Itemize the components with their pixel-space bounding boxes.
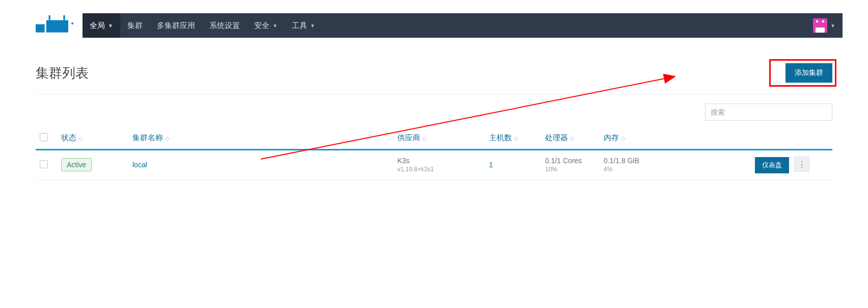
nav-label: 工具 [292, 21, 307, 31]
chevron-down-icon: ▼ [273, 23, 278, 29]
chevron-down-icon: ▼ [310, 23, 315, 29]
table-row: Active local K3s v1.19.8+k3s1 1 0.1/1 Co… [36, 150, 832, 180]
sort-icon: ◇ [570, 135, 574, 141]
node-count-link[interactable]: 1 [489, 161, 493, 169]
cpu-pct: 10% [545, 166, 595, 173]
sort-icon: ◇ [621, 135, 625, 141]
provider-name: K3s [397, 157, 410, 165]
chevron-down-icon: ▼ [830, 23, 835, 29]
status-badge: Active [61, 158, 92, 171]
nav-label: 集群 [127, 21, 143, 31]
nav-security[interactable]: 安全 ▼ [247, 13, 285, 38]
svg-rect-3 [63, 15, 65, 20]
col-mem[interactable]: 内存◇ [600, 127, 751, 150]
nav-label: 安全 [254, 21, 269, 31]
col-state[interactable]: 状态◇ [57, 127, 128, 150]
mem-value: 0.1/1.8 GiB [604, 157, 639, 165]
select-all-checkbox[interactable] [40, 133, 48, 141]
svg-point-4 [71, 22, 73, 24]
sort-icon: ◇ [165, 135, 169, 141]
cluster-table: 状态◇ 集群名称◇ 供应商◇ 主机数◇ 处理器◇ 内存◇ [36, 127, 832, 180]
col-nodes[interactable]: 主机数◇ [485, 127, 541, 150]
svg-rect-2 [49, 15, 50, 20]
kebab-icon: ⋮ [798, 160, 806, 169]
svg-rect-1 [46, 20, 68, 33]
cpu-value: 0.1/1 Cores [545, 157, 582, 165]
row-actions-menu[interactable]: ⋮ [794, 157, 809, 172]
page-title: 集群列表 [36, 64, 89, 82]
nav-label: 全局 [90, 21, 105, 31]
row-checkbox[interactable] [40, 160, 48, 168]
sort-icon: ◇ [422, 135, 426, 141]
nav-global[interactable]: 全局 ▼ [83, 13, 120, 38]
chevron-down-icon: ▼ [108, 23, 113, 29]
nav-label: 多集群应用 [157, 21, 195, 31]
nav-label: 系统设置 [209, 21, 240, 31]
sort-icon: ◇ [514, 135, 518, 141]
dashboard-button[interactable]: 仪表盘 [755, 157, 789, 173]
cluster-name-link[interactable]: local [132, 161, 147, 169]
rancher-logo [36, 15, 76, 36]
col-provider[interactable]: 供应商◇ [393, 127, 485, 150]
col-cpu[interactable]: 处理器◇ [541, 127, 600, 150]
nav-multicluster-apps[interactable]: 多集群应用 [150, 13, 202, 38]
top-nav: 全局 ▼ 集群 多集群应用 系统设置 安全 ▼ 工具 ▼ ▼ [83, 13, 843, 38]
user-menu[interactable]: ▼ [813, 18, 837, 33]
nav-tools[interactable]: 工具 ▼ [285, 13, 322, 38]
mem-pct: 4% [604, 166, 747, 173]
svg-rect-0 [36, 24, 45, 33]
avatar [813, 18, 827, 33]
nav-clusters[interactable]: 集群 [120, 13, 150, 38]
add-cluster-button[interactable]: 添加集群 [785, 63, 832, 83]
sort-icon: ◇ [78, 135, 83, 141]
search-input[interactable] [705, 104, 832, 121]
nav-settings[interactable]: 系统设置 [202, 13, 247, 38]
col-name[interactable]: 集群名称◇ [128, 127, 393, 150]
provider-version: v1.19.8+k3s1 [397, 166, 481, 173]
